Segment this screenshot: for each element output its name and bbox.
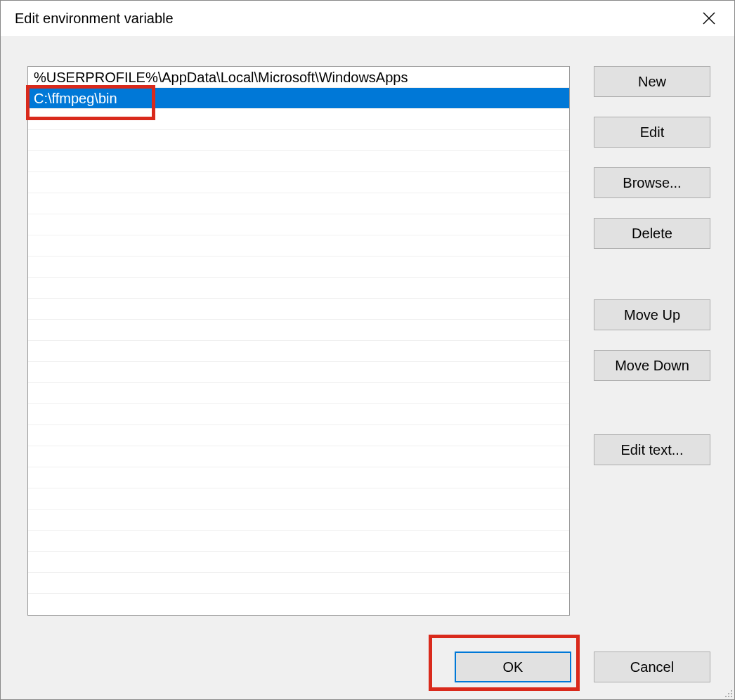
path-list-empty-row[interactable] [28,425,569,446]
path-list-empty-row[interactable] [28,404,569,425]
new-button[interactable]: New [594,66,710,97]
titlebar: Edit environment variable [1,1,734,36]
path-list-empty-row[interactable] [28,320,569,341]
edit-text-button[interactable]: Edit text... [594,434,710,465]
path-list-empty-row[interactable] [28,214,569,235]
path-list-empty-row[interactable] [28,151,569,172]
path-list-empty-row[interactable] [28,278,569,299]
path-list-empty-row[interactable] [28,341,569,362]
path-list-empty-row[interactable] [28,467,569,488]
svg-point-7 [731,696,732,697]
svg-point-3 [728,693,729,694]
window-title: Edit environment variable [15,11,174,27]
path-list-empty-row[interactable] [28,172,569,193]
dialog-content: %USERPROFILE%\AppData\Local\Microsoft\Wi… [1,36,734,699]
svg-point-5 [725,696,727,697]
path-list-item[interactable]: %USERPROFILE%\AppData\Local\Microsoft\Wi… [28,67,569,88]
path-list-empty-row[interactable] [28,130,569,151]
path-list-item[interactable]: C:\ffmpeg\bin [28,88,569,109]
browse-button[interactable]: Browse... [594,167,710,198]
delete-button[interactable]: Delete [594,218,710,249]
path-list-empty-row[interactable] [28,552,569,573]
edit-button[interactable]: Edit [594,117,710,148]
path-list-empty-row[interactable] [28,362,569,383]
dialog-bottom-buttons: OK Cancel [455,652,710,682]
path-list-empty-row[interactable] [28,299,569,320]
cancel-button[interactable]: Cancel [594,652,710,682]
path-list-empty-row[interactable] [28,488,569,510]
path-list-empty-row[interactable] [28,235,569,257]
ok-button[interactable]: OK [455,652,571,682]
path-list-empty-row[interactable] [28,383,569,404]
path-list-empty-row[interactable] [28,446,569,467]
path-list-empty-row[interactable] [28,109,569,130]
path-list-empty-row[interactable] [28,531,569,552]
resize-grip-icon[interactable] [722,687,733,698]
move-down-button[interactable]: Move Down [594,350,710,381]
close-icon[interactable] [696,6,722,31]
svg-point-6 [728,696,729,697]
move-up-button[interactable]: Move Up [594,299,710,330]
path-list-empty-row[interactable] [28,257,569,278]
svg-point-2 [731,690,732,692]
side-button-column: New Edit Browse... Delete Move Up Move D… [594,66,710,621]
path-list-empty-row[interactable] [28,573,569,594]
path-listbox[interactable]: %USERPROFILE%\AppData\Local\Microsoft\Wi… [27,66,570,616]
path-list-empty-row[interactable] [28,510,569,531]
path-list-empty-row[interactable] [28,193,569,214]
svg-point-4 [731,693,732,694]
